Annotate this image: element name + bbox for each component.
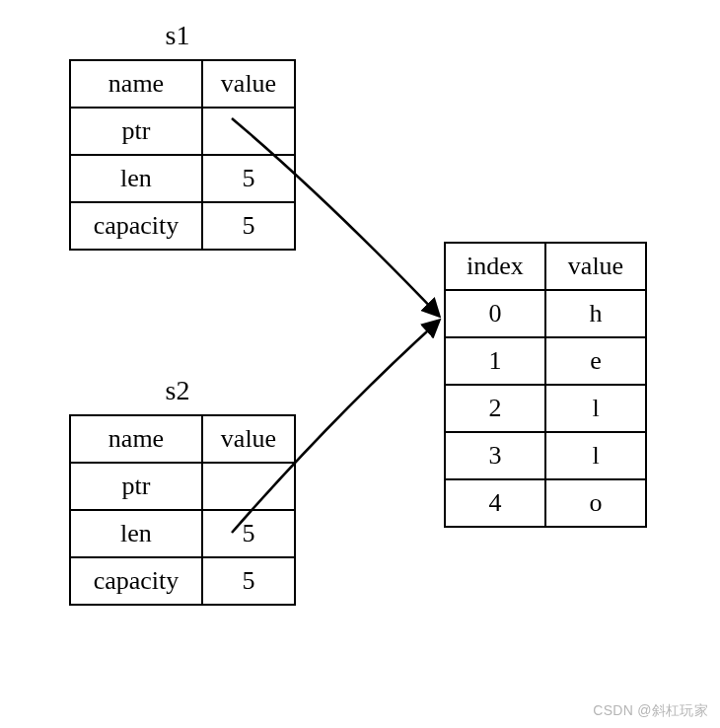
s1-header-value: value	[202, 60, 295, 108]
heap-2-index: 2	[445, 385, 545, 432]
heap-2-value: l	[545, 385, 646, 432]
s2-row-len: len 5	[70, 510, 295, 557]
heap-3-value: l	[545, 432, 646, 479]
s2-capacity-value: 5	[202, 557, 295, 605]
heap-table: index value 0 h 1 e 2 l 3 l 4 o	[444, 242, 647, 528]
s2-row-capacity: capacity 5	[70, 557, 295, 605]
heap-row-4: 4 o	[445, 479, 646, 527]
s1-title: s1	[138, 20, 217, 51]
s1-len-name: len	[70, 155, 202, 202]
heap-1-value: e	[545, 337, 646, 385]
s1-len-value: 5	[202, 155, 295, 202]
s2-header-value: value	[202, 415, 295, 463]
s1-header-row: name value	[70, 60, 295, 108]
s2-row-ptr: ptr	[70, 463, 295, 510]
watermark: CSDN @斜杠玩家	[593, 702, 708, 720]
s2-table: name value ptr len 5 capacity 5	[69, 414, 296, 606]
heap-1-index: 1	[445, 337, 545, 385]
heap-row-1: 1 e	[445, 337, 646, 385]
s1-row-len: len 5	[70, 155, 295, 202]
s1-header-name: name	[70, 60, 202, 108]
s1-capacity-value: 5	[202, 202, 295, 250]
heap-3-index: 3	[445, 432, 545, 479]
heap-row-2: 2 l	[445, 385, 646, 432]
s1-capacity-name: capacity	[70, 202, 202, 250]
s1-row-ptr: ptr	[70, 108, 295, 155]
heap-row-0: 0 h	[445, 290, 646, 337]
s2-capacity-name: capacity	[70, 557, 202, 605]
s2-title: s2	[138, 375, 217, 406]
s1-ptr-value	[202, 108, 295, 155]
heap-0-index: 0	[445, 290, 545, 337]
heap-header-index: index	[445, 243, 545, 290]
heap-4-index: 4	[445, 479, 545, 527]
s1-ptr-name: ptr	[70, 108, 202, 155]
s2-header-row: name value	[70, 415, 295, 463]
s2-header-name: name	[70, 415, 202, 463]
heap-row-3: 3 l	[445, 432, 646, 479]
s2-ptr-value	[202, 463, 295, 510]
heap-0-value: h	[545, 290, 646, 337]
heap-header-row: index value	[445, 243, 646, 290]
s2-ptr-name: ptr	[70, 463, 202, 510]
s1-row-capacity: capacity 5	[70, 202, 295, 250]
s1-table: name value ptr len 5 capacity 5	[69, 59, 296, 251]
heap-4-value: o	[545, 479, 646, 527]
s2-len-name: len	[70, 510, 202, 557]
heap-header-value: value	[545, 243, 646, 290]
s2-len-value: 5	[202, 510, 295, 557]
